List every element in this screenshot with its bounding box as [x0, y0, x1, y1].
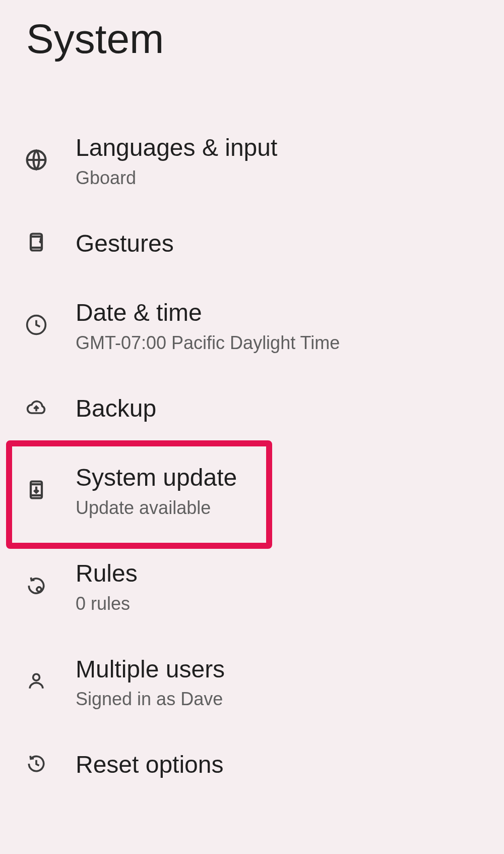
item-title: Date & time — [76, 298, 340, 327]
item-subtitle: Update available — [76, 497, 237, 519]
item-subtitle: GMT-07:00 Pacific Daylight Time — [76, 332, 340, 354]
person-icon — [25, 670, 47, 694]
history-icon — [25, 753, 47, 777]
rules-icon — [25, 575, 47, 599]
item-subtitle: Signed in as Dave — [76, 689, 225, 710]
item-title: System update — [76, 463, 237, 492]
settings-list: Languages & input Gboard Gestures — [0, 113, 504, 800]
item-title: Languages & input — [76, 133, 277, 162]
item-title: Multiple users — [76, 655, 225, 684]
item-system-update[interactable]: System update Update available — [0, 443, 504, 539]
item-reset-options[interactable]: Reset options — [0, 730, 504, 800]
item-date-time[interactable]: Date & time GMT-07:00 Pacific Daylight T… — [0, 278, 504, 374]
svg-point-16 — [33, 674, 40, 681]
item-title: Reset options — [76, 750, 224, 779]
item-subtitle: 0 rules — [76, 593, 138, 614]
item-rules[interactable]: Rules 0 rules — [0, 539, 504, 635]
globe-icon — [25, 149, 47, 173]
item-title: Backup — [76, 394, 156, 423]
svg-point-11 — [37, 587, 41, 592]
item-subtitle: Gboard — [76, 167, 277, 189]
item-multiple-users[interactable]: Multiple users Signed in as Dave — [0, 635, 504, 730]
cloud-upload-icon — [25, 396, 47, 421]
item-gestures[interactable]: Gestures — [0, 209, 504, 278]
page-title: System — [0, 0, 504, 63]
clock-icon — [25, 314, 47, 338]
item-title: Gestures — [76, 229, 174, 258]
item-backup[interactable]: Backup — [0, 374, 504, 443]
item-languages-input[interactable]: Languages & input Gboard — [0, 113, 504, 209]
system-update-icon — [25, 479, 47, 503]
gestures-icon — [25, 231, 47, 255]
item-title: Rules — [76, 559, 138, 588]
